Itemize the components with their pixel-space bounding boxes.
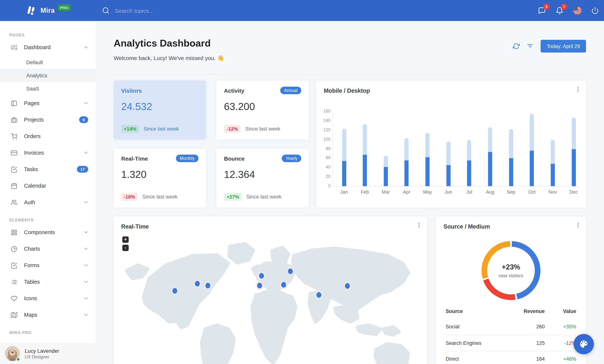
sidebar-item-label: Calendar xyxy=(24,183,89,189)
stat-card-period-badge[interactable]: Yearly xyxy=(282,155,301,162)
map-marker[interactable] xyxy=(195,281,200,287)
sidebar-item-components[interactable]: Components xyxy=(0,224,96,240)
notifications-button[interactable]: 7 xyxy=(556,7,564,14)
map-marker[interactable] xyxy=(316,292,321,298)
messages-count-badge: 3 xyxy=(543,3,550,10)
language-flag-button[interactable] xyxy=(573,6,581,15)
sidebar-item-label: Forms xyxy=(24,262,80,268)
bar-jun xyxy=(446,141,450,186)
x-axis-label: Jan xyxy=(336,189,352,195)
sidebar-item-dashboard[interactable]: Dashboard xyxy=(0,39,96,56)
cell-source: Search Engines xyxy=(446,340,510,346)
theme-settings-button[interactable] xyxy=(574,334,594,354)
sidebar-subitem-analytics[interactable]: Analytics xyxy=(0,69,96,82)
source-menu-button[interactable] xyxy=(575,222,581,228)
check-square-icon xyxy=(11,262,17,268)
brand-logo[interactable]: Mira PRO xyxy=(26,0,71,21)
sidebar-subitem-saas[interactable]: SaaS xyxy=(0,82,96,95)
page-subtitle: Welcome back, Lucy! We've missed you. 👋 xyxy=(114,55,224,62)
sidebar-item-calendar[interactable]: Calendar xyxy=(0,177,96,194)
messages-button[interactable]: 3 xyxy=(538,7,546,14)
stat-card-note: Since last week xyxy=(245,126,280,132)
map-marker[interactable] xyxy=(205,283,210,289)
bar-chart: 020406080100120140160JanFebMarAprMayJunJ… xyxy=(316,81,586,208)
map-title: Real-Time xyxy=(121,223,149,230)
map-marker[interactable] xyxy=(345,283,350,289)
stat-cards-grid: Visitors24.532+14%Since last weekActivit… xyxy=(114,81,309,208)
sidebar-item-projects[interactable]: Projects8 xyxy=(0,112,96,128)
shopping-cart-icon xyxy=(11,133,17,139)
user-name: Lucy Lavender xyxy=(25,348,59,354)
cell-revenue: 260 xyxy=(510,324,545,329)
palette-icon xyxy=(579,339,589,349)
x-axis-label: Aug xyxy=(482,189,498,195)
x-axis-line xyxy=(333,186,579,187)
x-axis-label: Dec xyxy=(565,189,582,195)
bar-jul xyxy=(467,140,471,186)
sidebar-item-auth[interactable]: Auth xyxy=(0,194,96,211)
map-landmass xyxy=(384,327,399,335)
page-title: Analytics Dashboard xyxy=(114,38,211,49)
pro-badge: PRO xyxy=(58,4,71,11)
stat-card-value: 1.320 xyxy=(121,168,199,181)
sidebar-item-tables[interactable]: Tables xyxy=(0,274,96,290)
sidebar-item-charts[interactable]: Charts xyxy=(0,240,96,257)
map-zoom-in-button[interactable]: + xyxy=(122,236,129,243)
sidebar-item-invoices[interactable]: Invoices xyxy=(0,144,96,161)
more-vertical-icon xyxy=(416,222,422,228)
map-marker[interactable] xyxy=(288,268,293,274)
search-input[interactable] xyxy=(114,7,242,14)
x-axis-label: Jul xyxy=(461,189,478,195)
sidebar-item-forms[interactable]: Forms xyxy=(0,257,96,274)
sidebar-item-pages[interactable]: Pages xyxy=(0,95,96,112)
map-landmass xyxy=(363,275,373,286)
sidebar-subitem-default[interactable]: Default xyxy=(0,56,96,69)
date-range-button[interactable]: Today: April 29 xyxy=(541,40,586,52)
map-icon xyxy=(11,312,17,318)
map-marker[interactable] xyxy=(281,282,286,288)
refresh-button[interactable] xyxy=(513,43,520,50)
sidebar-count-badge: 8 xyxy=(79,116,88,123)
stat-card-period-badge[interactable]: Annual xyxy=(280,87,301,94)
column-header-source: Source xyxy=(446,308,510,314)
sidebar-item-maps[interactable]: Maps xyxy=(0,307,96,323)
sidebar-section-mira-pro: MIRA PRO xyxy=(0,328,96,337)
map-marker[interactable] xyxy=(172,288,177,294)
x-axis-label: Feb xyxy=(357,189,373,195)
sidebar-user[interactable]: Lucy Lavender UX Designer xyxy=(0,343,96,364)
map-landmass xyxy=(252,292,296,363)
x-axis-label: Oct xyxy=(524,189,540,195)
stat-card-delta: +14% xyxy=(121,125,139,133)
cell-source: Social xyxy=(446,324,510,329)
filter-icon xyxy=(527,42,534,50)
stat-card-value: 63.200 xyxy=(224,100,301,113)
stat-card-bounce: BounceYearly12.364+27%Since last week xyxy=(216,149,309,208)
map-marker[interactable] xyxy=(257,283,262,289)
sidebar-nav: PAGESDashboardDefaultAnalyticsSaaSPagesP… xyxy=(0,21,96,343)
brand-name: Mira xyxy=(40,7,55,14)
sidebar-subitem-label: Default xyxy=(26,59,43,65)
cell-revenue: 125 xyxy=(510,340,545,346)
chevron-down-icon xyxy=(83,295,89,301)
x-axis-label: Sep xyxy=(503,189,519,195)
map-marker[interactable] xyxy=(259,273,264,279)
sidebar-item-icons[interactable]: Icons xyxy=(0,290,96,307)
stat-card-delta: -12% xyxy=(224,125,241,133)
chevron-down-icon xyxy=(83,100,89,106)
us-flag-icon xyxy=(573,6,581,15)
user-role: UX Designer xyxy=(25,355,59,359)
filter-button[interactable] xyxy=(527,42,534,50)
logout-button[interactable] xyxy=(591,7,599,14)
stat-card-visitors: Visitors24.532+14%Since last week xyxy=(114,81,206,140)
notifications-count-badge: 7 xyxy=(561,3,567,10)
sidebar-item-orders[interactable]: Orders xyxy=(0,128,96,144)
stat-card-delta: +27% xyxy=(224,193,242,201)
sidebar-item-tasks[interactable]: Tasks17 xyxy=(0,161,96,177)
credit-card-icon xyxy=(11,150,17,156)
map-zoom-out-button[interactable]: - xyxy=(122,245,129,251)
chevron-down-icon xyxy=(83,229,89,235)
stat-card-title: Bounce xyxy=(224,155,245,162)
map-menu-button[interactable] xyxy=(416,222,422,228)
stat-card-period-badge[interactable]: Monthly xyxy=(176,155,199,162)
source-table: SourceRevenueValueSocial260+35%Search En… xyxy=(446,304,576,364)
